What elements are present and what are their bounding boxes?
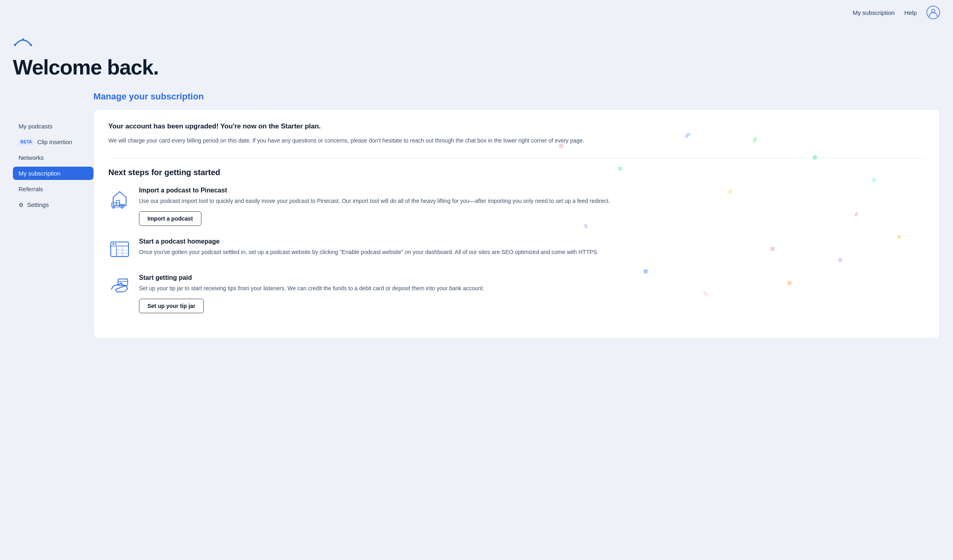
welcome-title: Welcome back. [13, 55, 940, 79]
step-getting-paid: Start getting paid Set up your tip jar t… [108, 274, 925, 313]
step-import-desc: Use our podcast import tool to quickly a… [139, 196, 610, 205]
subscription-card: Your account has been upgraded! You're n… [93, 109, 940, 339]
svg-point-1 [932, 9, 935, 12]
step-homepage-content: Start a podcast homepage Once you've got… [139, 238, 599, 262]
sidebar-item-label: My subscription [19, 170, 60, 177]
main-content: Manage your subscription Your [93, 91, 940, 339]
sidebar-item-my-subscription[interactable]: My subscription [13, 167, 93, 180]
svg-point-9 [121, 207, 123, 209]
step-import-title: Import a podcast to Pinecast [139, 187, 610, 194]
top-nav: My subscription Help [0, 0, 953, 25]
sidebar-item-label: Clip insertion [37, 138, 72, 145]
svg-point-2 [14, 44, 16, 46]
svg-point-17 [115, 243, 116, 245]
sidebar-item-settings[interactable]: ⚙ Settings [13, 198, 93, 211]
logo [13, 33, 940, 52]
my-subscription-nav-link[interactable]: My subscription [853, 9, 895, 16]
help-nav-link[interactable]: Help [904, 9, 917, 16]
section-title: Manage your subscription [93, 91, 940, 102]
step-import-content: Import a podcast to Pinecast Use our pod… [139, 187, 610, 225]
sidebar-item-my-podcasts[interactable]: My podcasts [13, 120, 93, 133]
user-icon[interactable] [926, 6, 940, 19]
page-header: Welcome back. [0, 25, 953, 91]
step-payment-title: Start getting paid [139, 274, 484, 281]
svg-point-4 [30, 44, 32, 46]
step-payment-desc: Set up your tip jar to start receiving t… [139, 284, 484, 293]
svg-point-8 [113, 207, 115, 209]
next-steps-title: Next steps for getting started [108, 168, 925, 177]
beta-badge: BETA [19, 139, 34, 145]
gear-icon: ⚙ [19, 202, 24, 208]
divider [108, 158, 925, 158]
step-payment-content: Start getting paid Set up your tip jar t… [139, 274, 484, 313]
sidebar-item-networks[interactable]: Networks [13, 151, 93, 164]
sidebar-item-referrals[interactable]: Referrals [13, 182, 93, 196]
sidebar: My podcasts BETA Clip insertion Networks… [13, 91, 93, 211]
homepage-icon [108, 238, 131, 260]
payment-icon [108, 274, 131, 297]
upgrade-notice: Your account has been upgraded! You're n… [108, 122, 925, 130]
sidebar-item-clip-insertion[interactable]: BETA Clip insertion [13, 135, 93, 149]
step-homepage: Start a podcast homepage Once you've got… [108, 238, 925, 262]
import-podcast-button[interactable]: Import a podcast [139, 211, 201, 226]
setup-tip-jar-button[interactable]: Set up your tip jar [139, 299, 204, 313]
step-homepage-title: Start a podcast homepage [139, 238, 599, 245]
sidebar-item-label: My podcasts [19, 123, 52, 130]
sidebar-item-label: Referrals [19, 186, 43, 192]
sidebar-item-label: Settings [27, 201, 49, 208]
svg-point-3 [22, 38, 24, 40]
svg-point-16 [112, 243, 114, 245]
step-import-podcast: Import a podcast to Pinecast Use our pod… [108, 187, 925, 225]
sidebar-item-label: Networks [19, 154, 44, 161]
main-layout: My podcasts BETA Clip insertion Networks… [0, 91, 953, 355]
upgrade-desc: We will charge your card every billing p… [108, 136, 925, 145]
import-podcast-icon [108, 187, 131, 209]
step-homepage-desc: Once you've gotten your podcast settled … [139, 248, 599, 256]
